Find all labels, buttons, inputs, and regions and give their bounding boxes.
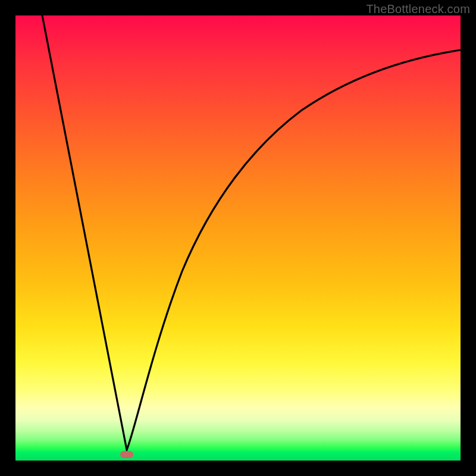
chart-frame: TheBottleneck.com bbox=[0, 0, 476, 476]
curve-path bbox=[42, 15, 461, 450]
bottleneck-curve bbox=[15, 15, 461, 461]
plot-area bbox=[15, 15, 461, 461]
attribution-text: TheBottleneck.com bbox=[366, 2, 470, 16]
optimum-marker bbox=[120, 451, 133, 458]
